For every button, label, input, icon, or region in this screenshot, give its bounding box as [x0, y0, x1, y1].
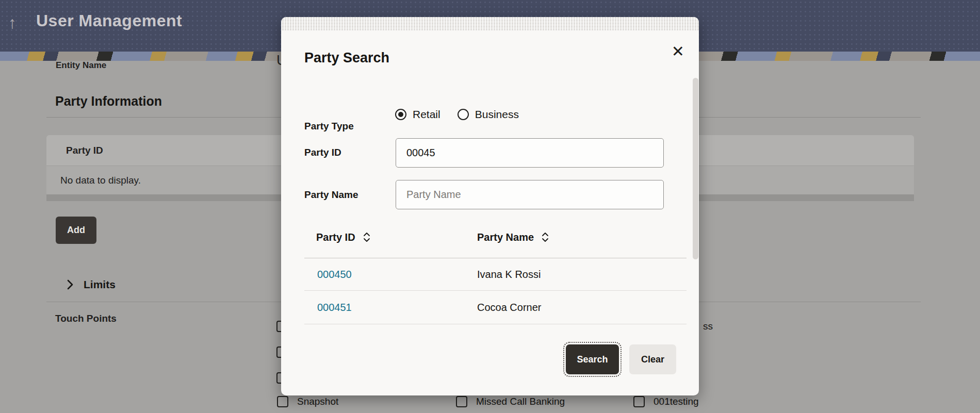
party-name-cell: Cocoa Corner: [477, 302, 542, 313]
results-column-party-name-label: Party Name: [477, 232, 534, 243]
party-id-column-header: Party ID: [66, 145, 103, 156]
dialog-texture-strip: [281, 17, 699, 30]
party-type-radio-group: Retail Business: [395, 108, 519, 121]
party-name-cell: Ivana K Rossi: [477, 269, 541, 280]
limits-section-toggle[interactable]: Limits: [67, 278, 116, 291]
touch-points-label: Touch Points: [55, 313, 117, 324]
page-title: User Management: [36, 11, 182, 30]
checkbox-missed-call-banking[interactable]: [456, 396, 467, 407]
party-name-input[interactable]: [396, 180, 664, 209]
results-column-party-id-label: Party ID: [316, 232, 355, 243]
dialog-title: Party Search: [304, 50, 389, 66]
party-id-link[interactable]: 000450: [317, 269, 352, 280]
clear-button[interactable]: Clear: [629, 344, 676, 374]
party-name-label: Party Name: [304, 189, 358, 201]
table-header-divider: [304, 258, 687, 258]
checkbox-label-snapshot[interactable]: Snapshot: [297, 396, 338, 407]
checkbox-label-missed-call-banking[interactable]: Missed Call Banking: [476, 396, 565, 407]
search-button[interactable]: Search: [566, 344, 619, 374]
radio-business[interactable]: [458, 109, 469, 120]
empty-table-message: No data to display.: [60, 175, 141, 186]
checkbox-label-001testing[interactable]: 001testing: [654, 396, 699, 407]
add-button[interactable]: Add: [56, 217, 96, 244]
radio-retail[interactable]: [395, 109, 406, 120]
party-id-label: Party ID: [304, 147, 341, 158]
results-column-party-id[interactable]: Party ID: [316, 231, 371, 243]
party-information-heading: Party Information: [55, 94, 162, 109]
row-divider: [304, 290, 687, 291]
cutoff-checkbox-label-fragment: ss: [703, 321, 713, 332]
radio-label-retail[interactable]: Retail: [413, 108, 440, 121]
limits-label: Limits: [84, 278, 116, 291]
party-id-link[interactable]: 000451: [317, 302, 352, 313]
checkbox-001testing[interactable]: [633, 396, 645, 407]
results-column-party-name[interactable]: Party Name: [477, 231, 549, 243]
radio-label-business[interactable]: Business: [475, 108, 519, 121]
chevron-right-icon: [67, 279, 73, 290]
dialog-scrollbar-thumb[interactable]: [693, 78, 698, 259]
sort-icon[interactable]: [363, 231, 371, 243]
close-icon[interactable]: ✕: [672, 44, 684, 59]
party-search-dialog: Party Search ✕ Party Type Retail Busines…: [281, 17, 699, 395]
row-divider: [304, 324, 687, 324]
party-type-label: Party Type: [304, 121, 354, 132]
sort-icon[interactable]: [541, 231, 549, 243]
entity-name-label: Entity Name: [56, 60, 106, 71]
back-arrow-icon[interactable]: ↑: [8, 13, 17, 32]
checkbox-snapshot[interactable]: [277, 396, 288, 407]
party-id-input[interactable]: [396, 138, 664, 168]
